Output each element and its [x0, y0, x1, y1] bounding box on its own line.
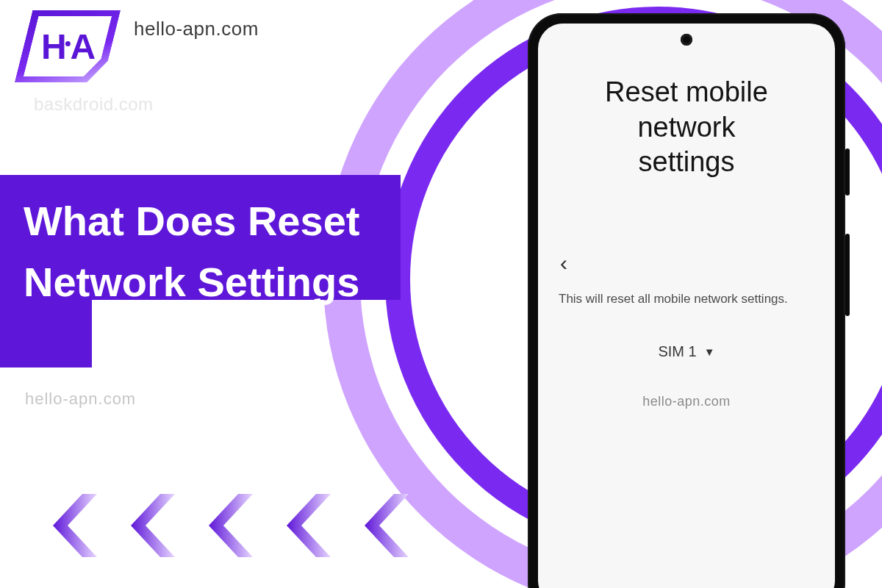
sim-selector[interactable]: SIM 1 ▼: [559, 343, 814, 360]
brand-logo-letters: H A: [41, 26, 94, 67]
brand-url: hello-apn.com: [134, 18, 259, 40]
faint-watermark: baskdroid.com: [34, 94, 154, 115]
chevron-left-icon: [122, 494, 175, 557]
chevron-row: [44, 494, 409, 557]
chevron-left-icon: [200, 494, 253, 557]
chevron-left-icon: [278, 494, 331, 557]
sim-label: SIM 1: [658, 343, 696, 360]
phone-mockup: Reset mobile network settings ‹ This wil…: [528, 13, 845, 588]
article-title: What Does Reset Network Settings Do?: [0, 175, 412, 395]
brand-logo: H A: [24, 10, 112, 82]
phone-screen: Reset mobile network settings ‹ This wil…: [538, 24, 835, 588]
screen-title: Reset mobile network settings: [559, 75, 814, 180]
screen-watermark: hello-apn.com: [559, 394, 814, 409]
screen-description: This will reset all mobile network setti…: [559, 292, 814, 306]
article-title-line3: Do?: [24, 313, 391, 374]
screen-title-line2: settings: [639, 146, 735, 177]
back-button[interactable]: ‹: [559, 246, 569, 280]
article-title-line1: What Does Reset: [24, 191, 391, 252]
screen-title-line1: Reset mobile network: [605, 76, 768, 143]
sub-url: hello-apn.com: [25, 390, 136, 409]
brand-logo-a: A: [71, 26, 95, 67]
chevron-left-icon: [44, 494, 97, 557]
article-title-line2: Network Settings: [24, 252, 391, 313]
chevron-left-icon: [356, 494, 409, 557]
brand-logo-h: H: [41, 26, 65, 67]
brand-area: H A hello-apn.com: [24, 10, 259, 82]
brand-logo-dot-icon: [65, 41, 71, 46]
chevron-left-icon: ‹: [560, 251, 567, 275]
chevron-down-icon: ▼: [704, 345, 715, 358]
phone-camera-icon: [681, 34, 692, 46]
